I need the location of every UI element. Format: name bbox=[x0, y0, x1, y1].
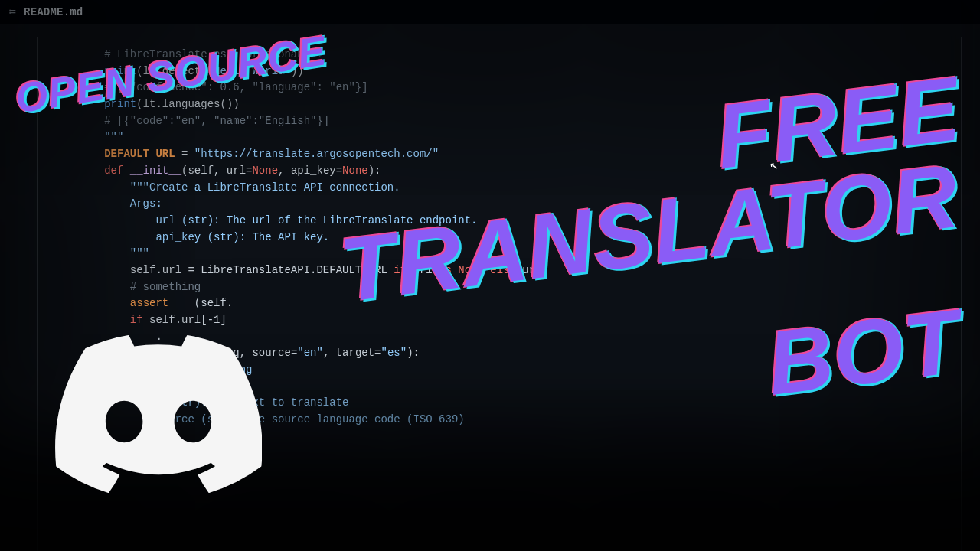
code-line: """ bbox=[53, 247, 149, 259]
code-line: """ bbox=[53, 131, 123, 143]
code-line: Args: bbox=[53, 380, 162, 393]
code-line: DEFAULT_URL = "https://translate.argosop… bbox=[53, 146, 961, 163]
outline-icon[interactable]: ≔ bbox=[9, 5, 16, 19]
code-line: api_key (str): The API key. bbox=[53, 231, 329, 243]
code-line: # LibreTranslate es impresionante! bbox=[53, 48, 323, 60]
code-line: def __init__(self, url=None, api_key=Non… bbox=[53, 163, 961, 180]
code-line: """Translate string bbox=[53, 364, 252, 376]
code-line: Args: bbox=[53, 197, 162, 210]
code-line: assert (self. bbox=[53, 295, 961, 312]
code-line: source (str): The source language code (… bbox=[53, 413, 465, 425]
code-line: # [{"code":"en", "name":"English"}] bbox=[53, 115, 329, 127]
code-line: """Create a LibreTranslate API connectio… bbox=[53, 181, 400, 194]
code-line: url (str): The url of the LibreTranslate… bbox=[53, 214, 478, 227]
code-line: self.url = LibreTranslateAPI.DEFAULT_URL… bbox=[53, 262, 961, 279]
code-line: print(lt.detect("Hello World")) bbox=[53, 64, 961, 80]
code-viewer[interactable]: # LibreTranslate es impresionante! print… bbox=[37, 37, 962, 551]
code-line: print(lt.languages()) bbox=[53, 96, 961, 113]
code-line: # [{"confidence": 0.6, "language": "en"}… bbox=[53, 81, 368, 93]
code-line: q (str): The text to translate bbox=[53, 396, 348, 409]
tab-bar: ≔ README.md bbox=[0, 0, 980, 24]
active-tab-filename[interactable]: README.md bbox=[24, 6, 83, 18]
code-line: if self.url[-1] bbox=[53, 312, 961, 329]
code-line: . bbox=[53, 331, 162, 343]
code-line: # something bbox=[53, 281, 201, 293]
code-line: def translate(self, q, source="en", targ… bbox=[53, 345, 961, 362]
